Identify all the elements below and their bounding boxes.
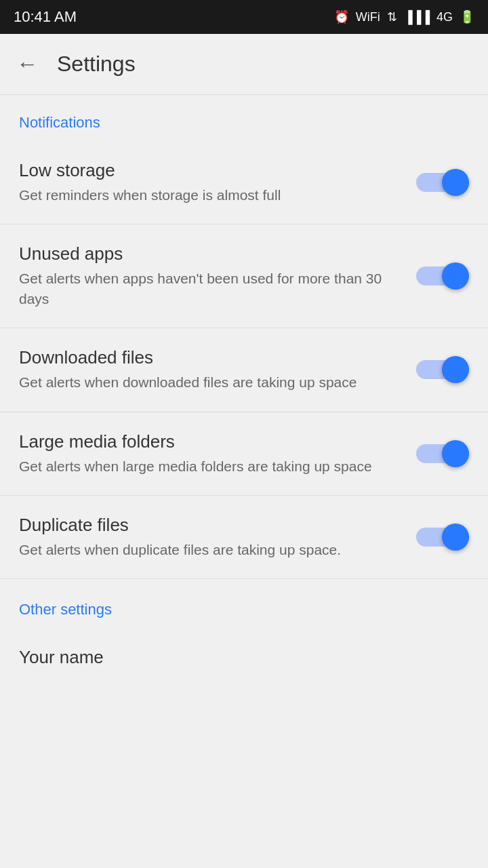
status-bar: 10:41 AM ⏰ WiFi ⇅ ▐▐▐ 4G 🔋: [0, 0, 488, 34]
back-button[interactable]: ←: [16, 52, 38, 77]
low-storage-title: Low storage: [19, 160, 400, 181]
your-name-title: Your name: [19, 647, 469, 668]
downloaded-files-toggle-thumb: [442, 356, 469, 383]
downloaded-files-desc: Get alerts when downloaded files are tak…: [19, 372, 400, 392]
downloaded-files-title: Downloaded files: [19, 347, 400, 368]
other-settings-section-header: Other settings: [0, 579, 488, 628]
notifications-section-header: Notifications: [0, 95, 488, 141]
alarm-icon: ⏰: [334, 9, 349, 24]
status-time: 10:41 AM: [14, 8, 77, 26]
duplicate-files-title: Duplicate files: [19, 515, 400, 536]
duplicate-files-text: Duplicate files Get alerts when duplicat…: [19, 515, 416, 559]
unused-apps-desc: Get alerts when apps haven't been used f…: [19, 269, 400, 309]
unused-apps-toggle-thumb: [442, 262, 469, 290]
large-media-folders-desc: Get alerts when large media folders are …: [19, 456, 400, 476]
low-storage-item[interactable]: Low storage Get reminders when storage i…: [0, 141, 488, 224]
battery-icon: 🔋: [460, 9, 474, 24]
low-storage-toggle-thumb: [442, 169, 469, 196]
duplicate-files-toggle-thumb: [442, 524, 469, 551]
unused-apps-item[interactable]: Unused apps Get alerts when apps haven't…: [0, 224, 488, 328]
app-bar: ← Settings: [0, 34, 488, 95]
duplicate-files-toggle[interactable]: [416, 524, 469, 551]
large-media-folders-toggle-thumb: [442, 440, 469, 467]
status-icons: ⏰ WiFi ⇅ ▐▐▐ 4G 🔋: [334, 9, 474, 24]
downloaded-files-toggle[interactable]: [416, 356, 469, 383]
signal-arrows-icon: ⇅: [387, 9, 397, 24]
unused-apps-text: Unused apps Get alerts when apps haven't…: [19, 243, 416, 309]
downloaded-files-text: Downloaded files Get alerts when downloa…: [19, 347, 416, 392]
large-media-folders-toggle[interactable]: [416, 440, 469, 467]
signal-bars-icon: ▐▐▐: [404, 10, 430, 24]
large-media-folders-text: Large media folders Get alerts when larg…: [19, 431, 416, 476]
duplicate-files-desc: Get alerts when duplicate files are taki…: [19, 540, 400, 559]
downloaded-files-item[interactable]: Downloaded files Get alerts when downloa…: [0, 328, 488, 412]
wifi-icon: WiFi: [356, 10, 380, 24]
your-name-item[interactable]: Your name: [0, 628, 488, 668]
large-media-folders-title: Large media folders: [19, 431, 400, 452]
low-storage-text: Low storage Get reminders when storage i…: [19, 160, 416, 205]
4g-label: 4G: [436, 10, 453, 24]
large-media-folders-item[interactable]: Large media folders Get alerts when larg…: [0, 412, 488, 496]
duplicate-files-item[interactable]: Duplicate files Get alerts when duplicat…: [0, 496, 488, 579]
unused-apps-title: Unused apps: [19, 243, 400, 264]
low-storage-desc: Get reminders when storage is almost ful…: [19, 185, 400, 205]
unused-apps-toggle[interactable]: [416, 262, 469, 290]
low-storage-toggle[interactable]: [416, 169, 469, 196]
page-title: Settings: [57, 52, 136, 77]
